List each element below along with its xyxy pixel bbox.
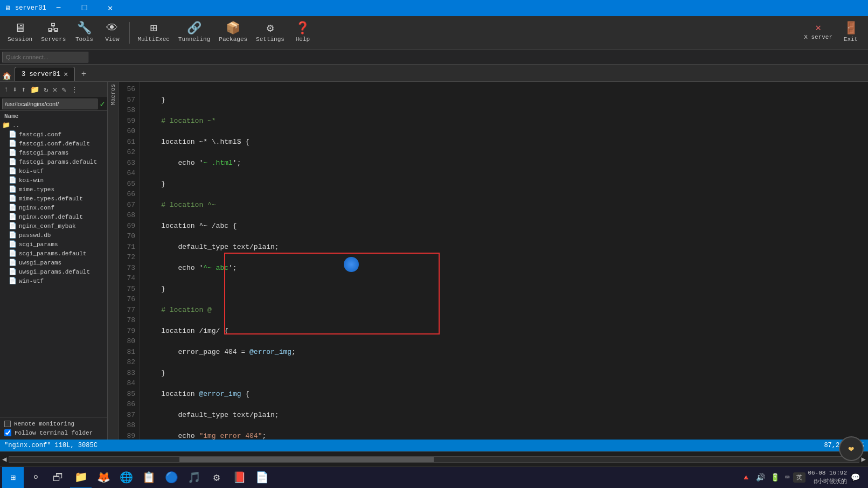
file-item-label: uwsgi_params [19, 260, 61, 266]
sidebar-more-btn[interactable]: ⋮ [69, 84, 80, 95]
list-item[interactable]: 📄 koi-utf [0, 166, 107, 176]
code-editor[interactable]: 56 57 58 59 60 61 62 63 64 65 66 67 68 6… [119, 82, 868, 440]
remote-monitoring-item[interactable]: Remote monitoring [4, 420, 103, 428]
toolbar-view[interactable]: 👁 View [99, 21, 125, 45]
taskbar-app4[interactable]: 📕 [228, 467, 250, 489]
toolbar-help[interactable]: ❓ Help [290, 21, 316, 45]
tab-server01[interactable]: 3 server01 ✕ [15, 67, 75, 81]
toolbar-settings[interactable]: ⚙ Settings [253, 21, 288, 45]
minimize-button[interactable]: − [46, 0, 71, 16]
horizontal-scrollbar[interactable] [9, 456, 859, 463]
status-file-info: "nginx.conf" 110L, 3085C [4, 442, 824, 449]
line-number: 63 [121, 158, 135, 169]
quick-connect-input[interactable] [2, 52, 88, 62]
list-item[interactable]: 📄 nginx.conf.default [0, 212, 107, 221]
list-item[interactable]: 📄 passwd.db [0, 231, 107, 240]
sidebar-rename-btn[interactable]: ✎ [60, 84, 67, 95]
list-item[interactable]: 📄 fastcgi.conf.default [0, 139, 107, 148]
file-tree-parent[interactable]: 📁 .. [0, 121, 107, 130]
taskbar-browser1[interactable]: 🦊 [93, 467, 114, 489]
code-line-59: echo '~ .html'; [144, 158, 864, 169]
list-item[interactable]: 📄 fastcgi.conf [0, 130, 107, 139]
file-item-label: fastcgi.conf.default [19, 141, 90, 147]
side-strip-macros[interactable]: Macros [110, 84, 116, 106]
list-item[interactable]: 📄 mime.types.default [0, 194, 107, 203]
file-item-label: koi-win [19, 177, 44, 184]
line-number: 72 [121, 252, 135, 263]
scrollbar-thumb[interactable] [179, 457, 434, 462]
taskbar-app2[interactable]: 🎵 [183, 467, 205, 489]
follow-terminal-folder-checkbox[interactable] [4, 429, 11, 436]
list-item[interactable]: 📄 fastcgi_params.default [0, 157, 107, 166]
code-line-60: } [144, 179, 864, 190]
taskbar-chrome[interactable]: 🔵 [161, 467, 182, 489]
language-button[interactable]: 英 [793, 472, 805, 483]
toolbar-settings-label: Settings [256, 36, 284, 43]
line-number: 61 [121, 137, 135, 148]
line-number: 58 [121, 105, 135, 116]
home-tab-icon[interactable]: 🏠 [2, 72, 11, 81]
maximize-button[interactable]: □ [72, 0, 97, 16]
tray-battery[interactable]: 🔋 [769, 473, 781, 482]
toolbar-tools[interactable]: 🔧 Tools [71, 21, 97, 45]
tab-bar: 🏠 3 server01 ✕ + [0, 65, 868, 82]
taskbar-search[interactable]: ⚬ [25, 467, 46, 489]
xserver-icon: ✕ [815, 23, 821, 33]
taskbar-pdf[interactable]: 📄 [251, 467, 273, 489]
scroll-right-button[interactable]: ▶ [862, 455, 866, 464]
ime-button[interactable]: ❤ [839, 436, 864, 461]
list-item[interactable]: 📄 nginx.conf [0, 203, 107, 212]
path-go-button[interactable]: ✓ [100, 99, 105, 109]
sidebar-newfolder-btn[interactable]: 📁 [29, 84, 41, 95]
tray-notification[interactable]: 💬 [849, 473, 862, 482]
list-item[interactable]: 📄 scgi_params [0, 240, 107, 249]
toolbar-session[interactable]: 🖥 Session [4, 21, 36, 45]
list-item[interactable]: 📄 mime.types [0, 185, 107, 194]
tab-close-icon[interactable]: ✕ [64, 69, 68, 79]
follow-terminal-folder-item[interactable]: Follow terminal folder [4, 428, 103, 437]
line-number: 89 [121, 431, 135, 440]
list-item[interactable]: 📄 koi-win [0, 176, 107, 185]
sidebar-download-btn[interactable]: ⬇ [11, 84, 18, 95]
servers-icon: 🖧 [47, 23, 59, 35]
scroll-left-button[interactable]: ◀ [2, 455, 6, 464]
taskbar-taskview[interactable]: 🗗 [47, 467, 69, 489]
code-lines[interactable]: } # location ~* location ~* \.html$ { ec… [140, 82, 868, 440]
taskbar-explorer[interactable]: 📁 [70, 467, 92, 489]
toolbar-servers[interactable]: 🖧 Servers [38, 21, 69, 45]
list-item[interactable]: 📄 uwsgi_params.default [0, 267, 107, 276]
tray-keyboard[interactable]: ⌨ [783, 473, 791, 482]
code-line-63: default_type text/plain; [144, 242, 864, 253]
taskbar-edge[interactable]: 🌐 [115, 467, 137, 489]
line-number: 85 [121, 389, 135, 400]
sidebar-upload-btn[interactable]: ⬆ [20, 84, 27, 95]
toolbar-xserver[interactable]: ✕ X server [801, 21, 836, 45]
toolbar-exit[interactable]: 🚪 Exit [838, 21, 864, 45]
taskbar-app3[interactable]: ⚙ [206, 467, 227, 489]
taskbar-app1[interactable]: 📋 [138, 467, 159, 489]
list-item[interactable]: 📄 nginx_conf_mybak [0, 221, 107, 231]
toolbar-packages[interactable]: 📦 Packages [216, 21, 251, 45]
bottom-bar: ◀ ▶ [0, 451, 868, 466]
sidebar-refresh-btn[interactable]: ↻ [42, 84, 50, 95]
list-item[interactable]: 📄 uwsgi_params [0, 258, 107, 267]
code-area[interactable]: 56 57 58 59 60 61 62 63 64 65 66 67 68 6… [119, 82, 868, 440]
start-button[interactable]: ⊞ [2, 467, 24, 489]
file-icon: 📄 [9, 259, 17, 267]
list-item[interactable]: 📄 fastcgi_params [0, 148, 107, 157]
close-button[interactable]: ✕ [98, 0, 123, 16]
sidebar-delete-btn[interactable]: ✕ [51, 84, 59, 95]
list-item[interactable]: 📄 win-utf [0, 276, 107, 285]
path-input[interactable] [2, 99, 98, 109]
quick-connect-bar [0, 50, 868, 65]
sidebar-up-btn[interactable]: ↑ [2, 84, 10, 95]
toolbar-multiexec[interactable]: ⊞ MultiExec [134, 21, 172, 45]
packages-icon: 📦 [226, 23, 240, 35]
file-icon: 📄 [9, 204, 17, 212]
list-item[interactable]: 📄 scgi_params.default [0, 249, 107, 258]
tab-add-button[interactable]: + [77, 68, 90, 81]
tray-network[interactable]: 🔺 [740, 473, 752, 482]
tray-volume[interactable]: 🔊 [754, 473, 767, 482]
toolbar-tunneling[interactable]: 🔗 Tunneling [175, 21, 213, 45]
code-line-65: } [144, 284, 864, 295]
